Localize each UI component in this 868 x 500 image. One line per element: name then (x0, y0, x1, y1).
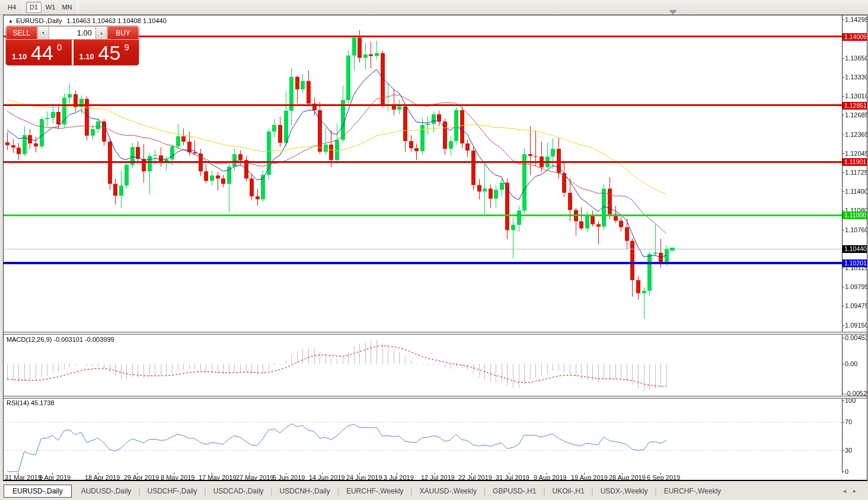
date-label: 18 Apr 2019 (85, 474, 120, 480)
buy-button[interactable]: BUY (107, 26, 139, 40)
volume-increase-button[interactable]: ▴ (95, 26, 107, 40)
chart-tab-usdchf-daily[interactable]: USDCHF-,Daily (141, 485, 205, 498)
volume-decrease-button[interactable]: ▾ (37, 26, 49, 40)
buy-price-big-digits: 45 (98, 41, 121, 65)
date-label: 9 Apr 2019 (39, 474, 71, 480)
price-tick-label: 1.09475 (845, 302, 867, 309)
price-tick-label: 1.13010 (845, 92, 867, 100)
macd-tick-label: 0.00 (845, 360, 857, 367)
chart-tab-usdx-weekly[interactable]: USDX-,Weekly (593, 485, 655, 498)
price-axis-badge: 1.11901 (843, 158, 867, 166)
sell-price-pipette: 0 (57, 42, 62, 52)
date-label: 3 Jul 2019 (384, 474, 414, 480)
rsi-tick-label: 70 (845, 418, 852, 425)
chart-shift-marker-icon[interactable] (669, 10, 677, 15)
chart-tab-usdcnh-daily[interactable]: USDCNH-,Daily (272, 485, 337, 498)
price-axis-badge: 1.10201 (843, 259, 867, 267)
collapse-triangle-icon[interactable]: ▲ (8, 18, 13, 24)
toolbar-separator (23, 2, 23, 12)
price-tick (842, 20, 844, 20)
price-tick-label: 1.10760 (845, 226, 867, 233)
chart-tab-ukoil-h1[interactable]: UKOil-,H1 (545, 485, 592, 498)
price-tick (842, 230, 844, 230)
price-tick (842, 268, 844, 268)
date-label: 8 May 2019 (161, 474, 194, 480)
chart-ohlc-quotes: 1.10463 1.10463 1.10408 1.10440 (67, 17, 167, 24)
tab-scroll-arrows[interactable]: ◂▸ (843, 488, 863, 494)
horizontal-level-line[interactable] (4, 214, 842, 216)
current-price-line (4, 249, 842, 249)
rsi-tick-label: 30 (845, 447, 852, 454)
horizontal-level-line[interactable] (4, 262, 842, 264)
date-label: 9 Aug 2019 (534, 474, 567, 480)
macd-tick (842, 338, 844, 338)
horizontal-level-line[interactable] (4, 161, 842, 163)
timeframe-button-w1[interactable]: W1 (43, 2, 58, 13)
price-axis-badge: 1.14009 (843, 33, 867, 41)
chart-symbol-label: EURUSD-,Daily (16, 17, 62, 24)
price-chart-canvas[interactable] (4, 15, 867, 480)
sell-button[interactable]: SELL (6, 26, 37, 40)
macd-tick (842, 393, 844, 394)
chart-tab-usdcad-daily[interactable]: USDCAD-,Daily (206, 485, 271, 498)
toolbar-separator (78, 2, 78, 12)
chart-tab-bar: EURUSD-,DailyAUDUSD-,Daily|USDCHF-,Daily… (0, 482, 868, 500)
price-tick (842, 172, 844, 173)
price-tick (842, 287, 844, 287)
date-label: 17 May 2019 (199, 474, 237, 480)
date-label: 12 Jul 2019 (421, 474, 455, 480)
sell-price-display[interactable]: 1.10 44 0 (6, 40, 74, 65)
chart-tab-eurchf-weekly[interactable]: EURCHF-,Weekly (657, 485, 728, 498)
price-tick-label: 1.09795 (845, 283, 867, 290)
chart-tab-eurusd-daily[interactable]: EURUSD-,Daily (4, 485, 72, 498)
price-tick-label: 1.12365 (845, 131, 867, 138)
price-axis-badge: 1.10440 (843, 245, 867, 253)
chart-title: ▲EURUSD-,Daily1.10463 1.10463 1.10408 1.… (8, 17, 167, 24)
price-tick-label: 1.11400 (845, 188, 867, 195)
rsi-tick (842, 472, 844, 472)
price-tick (842, 153, 844, 154)
sell-price-prefix: 1.10 (12, 52, 27, 61)
price-axis-separator (842, 15, 843, 473)
timeframe-button-h4[interactable]: H4 (4, 2, 20, 13)
rsi-tick-label: 0 (845, 468, 848, 475)
rsi-tick (842, 422, 844, 422)
chart-tab-xauusd-weekly[interactable]: XAUUSD-,Weekly (412, 485, 483, 498)
price-tick (842, 96, 844, 97)
volume-input[interactable]: 1.00 (49, 26, 95, 40)
price-axis-badge: 1.12851 (843, 102, 867, 110)
date-label: 6 Sep 2019 (647, 474, 680, 480)
price-tick-label: 1.13650 (845, 55, 867, 62)
rsi-tick (842, 400, 844, 401)
date-label: 14 Jun 2019 (309, 474, 345, 480)
panel-separator[interactable] (4, 332, 867, 335)
date-label: 24 Jun 2019 (346, 474, 382, 480)
price-tick-label: 1.13330 (845, 73, 867, 81)
timeframe-toolbar: H4D1W1MN (0, 0, 868, 15)
price-tick-label: 1.12685 (845, 111, 867, 118)
horizontal-level-line[interactable] (4, 104, 842, 106)
price-tick-label: 1.11725 (845, 169, 867, 176)
macd-indicator-label: MACD(12,26,9) -0.003101 -0.003999 (7, 336, 114, 343)
chart-window-inner: ▲EURUSD-,Daily1.10463 1.10463 1.10408 1.… (4, 15, 867, 480)
price-tick-label: 1.14295 (845, 16, 867, 23)
tab-scroll-right-icon[interactable]: ▸ (853, 488, 863, 494)
price-tick (842, 210, 844, 211)
date-label: 31 Mar 2019 (5, 474, 42, 480)
buy-price-display[interactable]: 1.10 45 9 (74, 40, 139, 65)
price-tick (842, 77, 844, 78)
price-tick (842, 306, 844, 306)
panel-separator[interactable] (4, 396, 867, 399)
date-label: 22 Jul 2019 (458, 474, 492, 480)
price-axis-badge: 1.11000 (843, 211, 867, 219)
date-label: 28 Aug 2019 (609, 474, 646, 480)
price-tick (842, 58, 844, 59)
price-tick (842, 191, 844, 192)
buy-price-pipette: 9 (125, 42, 129, 52)
timeframe-button-mn[interactable]: MN (59, 2, 75, 13)
timeframe-button-d1[interactable]: D1 (26, 2, 42, 13)
chart-tab-eurchf-weekly[interactable]: EURCHF-,Weekly (339, 485, 410, 498)
chart-tab-audusd-daily[interactable]: AUDUSD-,Daily (74, 485, 139, 498)
tab-scroll-left-icon[interactable]: ◂ (843, 488, 853, 494)
chart-tab-gbpusd-h1[interactable]: GBPUSD-,H1 (486, 485, 543, 498)
